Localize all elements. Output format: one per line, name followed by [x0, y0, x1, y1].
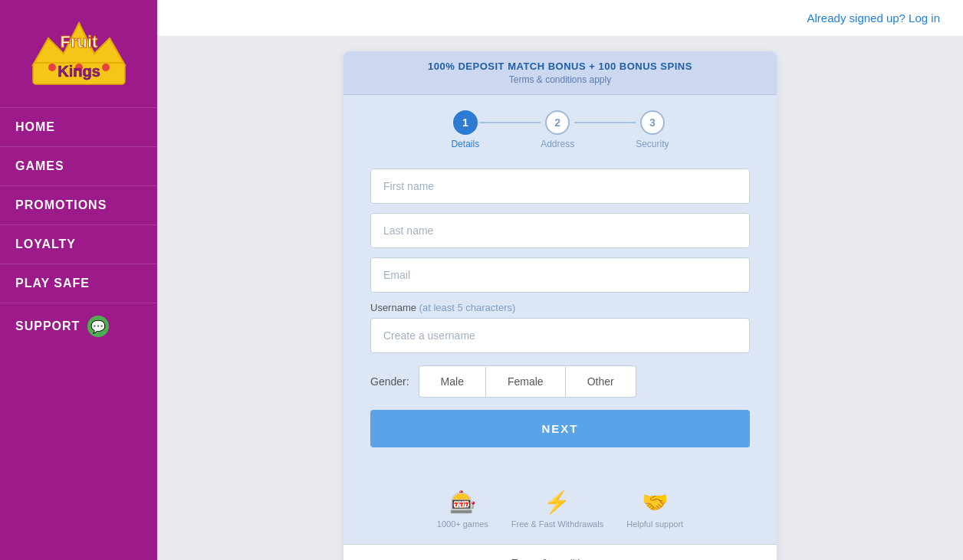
step-3-label: Security	[636, 139, 669, 149]
sidebar-item-promotions[interactable]: PROMOTIONS	[0, 185, 157, 224]
step-2-circle: 2	[545, 110, 570, 135]
sidebar-item-label: PLAY SAFE	[15, 277, 90, 290]
feature-games-text: 1000+ games	[437, 519, 488, 529]
sidebar-item-home[interactable]: HOME	[0, 107, 157, 146]
gender-male-button[interactable]: Male	[419, 365, 486, 398]
email-input[interactable]	[370, 257, 750, 293]
steps-container: 1 Details 2 Address 3 Security	[343, 95, 777, 157]
top-bar: Already signed up? Log in	[157, 0, 963, 36]
games-icon: 🎰	[449, 490, 476, 515]
sidebar: Fruit Kings HOME GAMES PROMOTIONS LOYALT…	[0, 0, 157, 560]
step-1: 1 Details	[451, 110, 479, 149]
feature-support: 🤝 Helpful support	[626, 490, 683, 529]
step-2-label: Address	[541, 139, 574, 149]
sidebar-item-loyalty[interactable]: LOYALTY	[0, 224, 157, 264]
sidebar-item-play-safe[interactable]: PLAY SAFE	[0, 264, 157, 303]
bonus-subtitle: Terms & conditions apply	[359, 74, 761, 85]
feature-support-text: Helpful support	[626, 519, 683, 529]
sidebar-item-label: LOYALTY	[15, 237, 76, 251]
sidebar-item-label: HOME	[15, 120, 55, 134]
feature-withdrawals: ⚡ Free & Fast Withdrawals	[511, 490, 603, 529]
main-content: Already signed up? Log in 100% DEPOSIT M…	[157, 0, 963, 560]
gender-female-button[interactable]: Female	[486, 365, 566, 398]
support-chat-icon: 💬	[87, 316, 109, 337]
sidebar-item-label: PROMOTIONS	[15, 198, 107, 212]
features-row: 🎰 1000+ games ⚡ Free & Fast Withdrawals …	[343, 482, 777, 544]
svg-text:Fruit: Fruit	[60, 32, 98, 51]
step-2: 2 Address	[541, 110, 574, 149]
step-line-2	[574, 122, 636, 123]
card-container: 100% DEPOSIT MATCH BONUS + 100 BONUS SPI…	[157, 36, 963, 560]
username-input[interactable]	[370, 318, 750, 353]
form-container: Username (at least 5 characters) Gender:…	[343, 157, 777, 482]
svg-text:Kings: Kings	[58, 63, 100, 80]
step-3: 3 Security	[636, 110, 669, 149]
last-name-input[interactable]	[370, 213, 750, 248]
login-link[interactable]: Already signed up? Log in	[807, 11, 940, 25]
gender-label: Gender:	[370, 375, 409, 388]
bonus-banner: 100% DEPOSIT MATCH BONUS + 100 BONUS SPI…	[343, 51, 777, 95]
gender-other-button[interactable]: Other	[566, 365, 636, 398]
svg-point-2	[48, 64, 56, 71]
gender-row: Gender: Male Female Other	[370, 365, 750, 398]
bonus-title: 100% DEPOSIT MATCH BONUS + 100 BONUS SPI…	[359, 61, 761, 72]
step-line-1	[479, 122, 541, 123]
withdrawals-icon: ⚡	[544, 490, 570, 515]
sidebar-item-games[interactable]: GAMES	[0, 146, 157, 185]
next-button[interactable]: NEXT	[370, 410, 750, 447]
sidebar-item-label: SUPPORT	[15, 319, 80, 333]
sidebar-item-label: GAMES	[15, 159, 64, 173]
registration-card: 100% DEPOSIT MATCH BONUS + 100 BONUS SPI…	[343, 51, 777, 560]
step-1-label: Details	[451, 139, 479, 149]
terms-row: Terms & conditions ⌄	[343, 544, 777, 560]
gender-buttons: Male Female Other	[419, 365, 636, 398]
feature-withdrawals-text: Free & Fast Withdrawals	[511, 519, 603, 529]
logo: Fruit Kings	[18, 0, 140, 100]
username-hint: (at least 5 characters)	[419, 302, 516, 313]
first-name-input[interactable]	[370, 169, 750, 204]
terms-link[interactable]: Terms & conditions ⌄	[511, 557, 608, 560]
sidebar-item-support[interactable]: SUPPORT 💬	[0, 303, 157, 349]
step-3-circle: 3	[640, 110, 665, 135]
helpful-support-icon: 🤝	[642, 490, 669, 515]
username-label: Username (at least 5 characters)	[370, 302, 750, 313]
feature-games: 🎰 1000+ games	[437, 490, 488, 529]
step-1-circle: 1	[453, 110, 478, 135]
svg-point-4	[102, 64, 110, 71]
